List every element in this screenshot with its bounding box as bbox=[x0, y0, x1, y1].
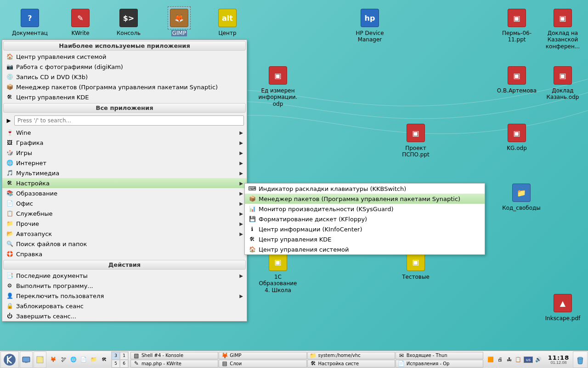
submenu-item-5[interactable]: 🛠Центр управления KDE bbox=[245, 234, 485, 244]
actions-item-3[interactable]: 🔒Заблокировать сеанс bbox=[2, 301, 247, 311]
submenu-item-6[interactable]: 🏠Центр управления системой bbox=[245, 244, 485, 254]
taskbar-task-2[interactable]: 📁system:/home/vhс bbox=[307, 352, 395, 360]
most-used-item-2-icon: 💿 bbox=[6, 73, 13, 80]
menu-search-input[interactable] bbox=[14, 115, 244, 126]
all-apps-item-8[interactable]: 📋Служебные▶ bbox=[2, 208, 247, 218]
desktop-icon-1c[interactable]: ▣1С Образование 4. Школа bbox=[257, 251, 299, 293]
desktop-icon-doklad1[interactable]: ▣Доклад на Казанской конферен... bbox=[542, 7, 583, 50]
desktop-icon-artemova[interactable]: ▣О.В.Артемова bbox=[496, 64, 537, 94]
taskbar-task-6[interactable]: 🛠Настройка систе bbox=[307, 360, 395, 368]
openoffice-icon[interactable]: 📄 bbox=[79, 355, 88, 364]
kmenu-button[interactable] bbox=[0, 351, 19, 368]
all-apps-item-10[interactable]: 📂Автозапуск▶ bbox=[2, 229, 247, 239]
menu-item-label: Офис bbox=[16, 200, 33, 207]
all-apps-item-7[interactable]: 📄Офис▶ bbox=[2, 198, 247, 208]
submenu-item-0[interactable]: ⌨Индикатор раскладки клавиатуры (KKBSwit… bbox=[245, 184, 485, 194]
all-apps-item-2[interactable]: 🎲Игры▶ bbox=[2, 148, 247, 158]
most-used-item-1[interactable]: 📷Работа с фотографиями (digiKam) bbox=[2, 62, 247, 72]
all-apps-item-0[interactable]: 🍷Wine▶ bbox=[2, 127, 247, 138]
most-used-item-4[interactable]: 🛠Центр управления KDE bbox=[2, 92, 247, 102]
desktop-icon-label: Пермь-06-11.ppt bbox=[497, 30, 537, 43]
all-apps-item-12[interactable]: 🛟Справка bbox=[2, 249, 247, 259]
desktop-icon-konsole[interactable]: $>Консоль bbox=[108, 7, 149, 36]
settings-submenu: ⌨Индикатор раскладки клавиатуры (KKBSwit… bbox=[244, 183, 485, 255]
pager-desktop-5[interactable]: 5 bbox=[112, 360, 120, 368]
konqueror-icon[interactable]: 🌐 bbox=[69, 355, 78, 364]
all-apps-item-9[interactable]: 📁Прочие▶ bbox=[2, 218, 247, 229]
desktop-icon-hp[interactable]: hpHP Device Manager bbox=[349, 7, 390, 43]
clock-date: 01.12.08 bbox=[550, 361, 566, 365]
taskbar-task-1[interactable]: 🦊GIMP bbox=[219, 352, 306, 360]
desktop-icon-kod[interactable]: 📁Код_свободы bbox=[501, 182, 542, 211]
quick-launch: 🦊 🕊 🌐 📄 📁 🛠 bbox=[47, 355, 110, 364]
actions-item-1[interactable]: ⚙Выполнить программу... bbox=[2, 281, 247, 291]
menu-item-label: Мультимедиа bbox=[16, 170, 59, 177]
show-desktop-button[interactable] bbox=[20, 351, 33, 368]
desktop-icon-gimp[interactable]: 🦊GIMP bbox=[158, 7, 200, 36]
menu-item-label: Запись CD и DVD (K3b) bbox=[16, 74, 88, 80]
menu-item-label: Игры bbox=[16, 150, 32, 156]
desktop-icon-test[interactable]: ▣Тестовые bbox=[395, 251, 436, 280]
desktop-icon-perm[interactable]: ▣Пермь-06-11.ppt bbox=[496, 7, 537, 43]
firefox-icon[interactable]: 🦊 bbox=[49, 355, 58, 364]
all-apps-item-5-icon: 🛠 bbox=[6, 179, 13, 187]
task-label: Исправления - Op bbox=[407, 361, 450, 366]
all-apps-item-6[interactable]: 📚Образование▶ bbox=[2, 188, 247, 198]
home-folder-icon[interactable]: 📁 bbox=[89, 355, 98, 364]
submenu-arrow-icon: ▶ bbox=[239, 130, 243, 135]
desktop-icon-kwrite[interactable]: ✎KWrite bbox=[60, 7, 101, 36]
most-used-item-3[interactable]: 📦Менеджер пакетов (Программа управления … bbox=[2, 82, 247, 92]
desktop-icon-docs[interactable]: ?Документац bbox=[9, 7, 51, 36]
submenu-item-label: Центр управления системой bbox=[259, 246, 349, 253]
trash-button[interactable] bbox=[573, 351, 588, 368]
submenu-item-4[interactable]: ℹЦентр информации (KInfoCenter) bbox=[245, 224, 485, 234]
submenu-arrow-icon: ▶ bbox=[239, 140, 243, 145]
desktop-icon-inkscape[interactable]: ▲Inkscape.pdf bbox=[542, 292, 583, 322]
actions-item-4[interactable]: ⏻Завершить сеанс... bbox=[2, 311, 247, 321]
actions-item-2[interactable]: 👤Переключить пользователя▶ bbox=[2, 291, 247, 301]
utility-icon[interactable]: 🛠 bbox=[99, 355, 108, 364]
desktop-icon-label: Доклад Казань.odp bbox=[543, 87, 583, 101]
desktop-icon-center[interactable]: altЦентр bbox=[207, 7, 248, 36]
desktop-icon-label: HP Device Manager bbox=[350, 30, 390, 43]
menu-item-label: Выполнить программу... bbox=[16, 282, 93, 289]
submenu-item-2[interactable]: 📊Монитор производительности (KSysGuard) bbox=[245, 204, 485, 214]
pager-desktop-6[interactable]: 6 bbox=[120, 360, 128, 368]
menu-item-label: Графика bbox=[16, 139, 44, 146]
desktop-icon-label: Тестовые bbox=[402, 274, 430, 280]
all-apps-item-5[interactable]: 🛠Настройка▶ bbox=[2, 178, 247, 188]
tray-clipboard-icon[interactable]: 📋 bbox=[514, 356, 522, 363]
desktop-icon-project[interactable]: ▣Проект ПСПО.ppt bbox=[395, 122, 436, 158]
tray-network-icon[interactable]: 🖧 bbox=[505, 356, 513, 363]
all-apps-item-1[interactable]: 🖼Графика▶ bbox=[2, 138, 247, 148]
all-apps-item-4[interactable]: 🎵Мультимедиа▶ bbox=[2, 168, 247, 178]
notes-button[interactable] bbox=[34, 351, 46, 368]
desktop-icon-kg[interactable]: ▣KG.odp bbox=[496, 122, 537, 151]
all-apps-item-11[interactable]: 🔍Поиск файлов и папок bbox=[2, 239, 247, 249]
taskbar-clock[interactable]: 11:18 01.12.08 bbox=[545, 355, 572, 365]
taskbar-task-4[interactable]: ✎map.php - KWrite bbox=[130, 360, 218, 368]
taskbar-task-7[interactable]: 📄Исправления - Op bbox=[396, 360, 483, 368]
submenu-item-3[interactable]: 💾Форматирование дискет (KFloppy) bbox=[245, 214, 485, 224]
submenu-item-5-icon: 🛠 bbox=[249, 236, 256, 243]
thunderbird-icon[interactable]: 🕊 bbox=[59, 355, 68, 364]
tray-volume-icon[interactable]: 🔊 bbox=[535, 356, 542, 363]
pager-desktop-1[interactable]: 1 bbox=[120, 352, 128, 360]
most-used-item-0[interactable]: 🏠Центр управления системой bbox=[2, 52, 247, 62]
menu-item-label: Справка bbox=[16, 251, 42, 258]
taskbar-task-3[interactable]: ✉Входящие - Thun bbox=[396, 352, 483, 360]
keyboard-layout-indicator[interactable]: us bbox=[524, 356, 533, 363]
taskbar-task-0[interactable]: ▧Shell #4 - Konsole bbox=[130, 352, 218, 360]
pager-desktop-3[interactable]: 3 bbox=[112, 352, 120, 360]
actions-item-0[interactable]: 📑Последние документы▶ bbox=[2, 270, 247, 281]
all-apps-item-3[interactable]: 🌐Интернет▶ bbox=[2, 158, 247, 168]
desktop-icon-ed[interactable]: ▣Ед измерен информации.odp bbox=[257, 64, 299, 107]
desktop-icon-kazan[interactable]: ▣Доклад Казань.odp bbox=[542, 64, 583, 101]
taskbar-task-5[interactable]: ▤Слои bbox=[219, 360, 306, 368]
tray-updates-icon[interactable]: 🟧 bbox=[487, 356, 494, 363]
tray-printer-icon[interactable]: 🖨 bbox=[496, 356, 503, 363]
menu-item-label: Прочие bbox=[16, 220, 39, 227]
submenu-item-1[interactable]: 📦Менеджер пакетов (Программа управления … bbox=[245, 194, 485, 204]
most-used-item-2[interactable]: 💿Запись CD и DVD (K3b) bbox=[2, 72, 247, 82]
task-5-icon: ▤ bbox=[221, 360, 228, 367]
